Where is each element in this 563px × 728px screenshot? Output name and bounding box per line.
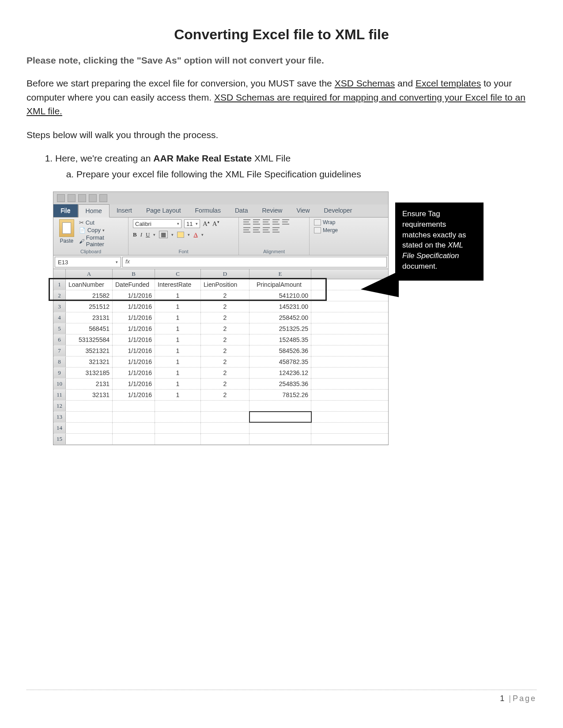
col-header-e[interactable]: E	[249, 269, 311, 279]
align-left-icon[interactable]	[282, 219, 289, 225]
cell[interactable]	[113, 412, 155, 422]
cell[interactable]: 251512	[66, 301, 113, 312]
col-header-b[interactable]: B	[113, 269, 155, 279]
cell[interactable]	[113, 434, 155, 444]
row-header[interactable]: 7	[53, 345, 66, 356]
cell[interactable]: 23131	[66, 312, 113, 323]
row-header[interactable]: 5	[53, 323, 66, 334]
table-row[interactable]: 1021311/1/201612254835.36	[53, 379, 388, 390]
cell[interactable]: 321321	[66, 356, 113, 367]
select-all-corner[interactable]	[53, 269, 66, 279]
cell[interactable]: 1/1/2016	[113, 390, 155, 400]
cell[interactable]: 2	[201, 379, 249, 389]
cell[interactable]: 1/1/2016	[113, 312, 155, 323]
cell[interactable]	[201, 412, 249, 422]
cell[interactable]	[155, 423, 201, 433]
cell[interactable]	[155, 434, 201, 444]
cell[interactable]: 1/1/2016	[113, 323, 155, 334]
tab-home[interactable]: Home	[78, 204, 110, 218]
row-header[interactable]: 3	[53, 301, 66, 312]
orientation-icon[interactable]	[272, 219, 280, 225]
row-header[interactable]: 6	[53, 334, 66, 345]
cell[interactable]	[249, 423, 311, 433]
align-top-icon[interactable]	[243, 219, 250, 225]
cell[interactable]: 2	[201, 312, 249, 323]
copy-button[interactable]: Copy ▾	[79, 227, 124, 233]
cell[interactable]: 568451	[66, 323, 113, 334]
border-button[interactable]: ▦	[159, 231, 168, 238]
row-header[interactable]: 9	[53, 368, 66, 378]
spreadsheet-grid[interactable]: A B C D E 1LoanNumberDateFundedInterestR…	[53, 269, 388, 445]
font-name-select[interactable]: Calibri▾	[133, 219, 181, 228]
cell[interactable]	[201, 434, 249, 444]
cell[interactable]: 254835.36	[249, 379, 311, 389]
cell[interactable]: 458782.35	[249, 356, 311, 367]
merge-button[interactable]: Merge	[314, 227, 345, 233]
cell[interactable]: 1/1/2016	[113, 345, 155, 356]
cell[interactable]	[201, 401, 249, 411]
cell[interactable]: 1/1/2016	[113, 368, 155, 378]
cell[interactable]: 1	[155, 368, 201, 378]
cell[interactable]: 2	[201, 368, 249, 378]
row-header[interactable]: 2	[53, 290, 66, 301]
row-header[interactable]: 8	[53, 356, 66, 367]
cell[interactable]	[249, 434, 311, 444]
cell[interactable]: 1	[155, 334, 201, 345]
cell[interactable]: LoanNumber	[66, 279, 113, 290]
cell[interactable]	[249, 401, 311, 411]
cut-button[interactable]: Cut	[79, 219, 124, 226]
indent-dec-icon[interactable]	[263, 227, 270, 233]
table-row[interactable]: 931321851/1/201612124236.12	[53, 368, 388, 379]
row-header[interactable]: 12	[53, 401, 66, 411]
tab-formulas[interactable]: Formulas	[188, 204, 228, 217]
row-header[interactable]: 1	[53, 279, 66, 290]
row-header[interactable]: 11	[53, 390, 66, 400]
row-header[interactable]: 13	[53, 412, 66, 422]
cell[interactable]	[66, 412, 113, 422]
tab-review[interactable]: Review	[255, 204, 290, 217]
cell[interactable]: 1	[155, 290, 201, 301]
col-header-a[interactable]: A	[66, 269, 113, 279]
shrink-font-icon[interactable]: A▾	[212, 220, 219, 228]
cell[interactable]: 2	[201, 345, 249, 356]
cell[interactable]: 1	[155, 356, 201, 367]
grow-font-icon[interactable]: A▴	[203, 220, 210, 228]
cell[interactable]: 1/1/2016	[113, 290, 155, 301]
tab-page-layout[interactable]: Page Layout	[139, 204, 188, 217]
qat-icon[interactable]	[99, 194, 107, 202]
row-header[interactable]: 14	[53, 423, 66, 433]
cell[interactable]	[201, 423, 249, 433]
row-header[interactable]: 10	[53, 379, 66, 389]
cell[interactable]: 21582	[66, 290, 113, 301]
cell[interactable]: 1	[155, 345, 201, 356]
cell[interactable]: 2131	[66, 379, 113, 389]
cell[interactable]	[66, 423, 113, 433]
cell[interactable]: 3521321	[66, 345, 113, 356]
row-header[interactable]: 4	[53, 312, 66, 323]
align-middle-icon[interactable]	[253, 219, 260, 225]
name-box[interactable]: E13▾	[55, 257, 121, 267]
cell[interactable]: 541210.00	[249, 290, 311, 301]
table-row[interactable]: 65313255841/1/201612152485.35	[53, 334, 388, 345]
cell[interactable]: 1	[155, 323, 201, 334]
cell[interactable]: 584526.36	[249, 345, 311, 356]
italic-button[interactable]: I	[140, 231, 142, 238]
save-icon[interactable]	[68, 194, 76, 202]
cell[interactable]	[66, 434, 113, 444]
cell[interactable]: 2	[201, 301, 249, 312]
wrap-text-button[interactable]: Wrap	[314, 219, 345, 225]
cell[interactable]	[66, 401, 113, 411]
paste-button[interactable]: Paste	[58, 219, 76, 248]
align-center-icon[interactable]	[243, 227, 250, 233]
underline-button[interactable]: U	[146, 231, 150, 238]
cell[interactable]: 2	[201, 390, 249, 400]
format-painter-button[interactable]: Format Painter	[79, 234, 124, 248]
col-header-c[interactable]: C	[155, 269, 201, 279]
cell[interactable]: 2	[201, 323, 249, 334]
cell[interactable]: 1	[155, 390, 201, 400]
cell[interactable]: 1/1/2016	[113, 334, 155, 345]
bold-button[interactable]: B	[133, 231, 137, 238]
cell[interactable]: 1/1/2016	[113, 301, 155, 312]
undo-icon[interactable]	[78, 194, 86, 202]
cell[interactable]: 145231.00	[249, 301, 311, 312]
